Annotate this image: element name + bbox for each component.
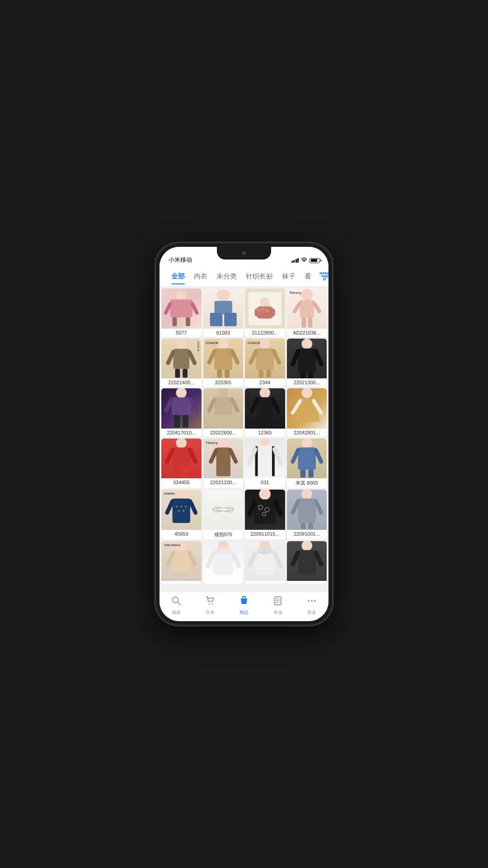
nav-order[interactable]: 开单 bbox=[193, 596, 227, 616]
product-card[interactable]: SANDRO bbox=[161, 490, 202, 539]
tab-look[interactable]: 看 bbox=[300, 270, 316, 284]
svg-rect-94 bbox=[173, 499, 190, 523]
svg-line-79 bbox=[211, 450, 216, 462]
product-card[interactable] bbox=[245, 541, 285, 584]
svg-line-33 bbox=[168, 352, 174, 363]
product-card[interactable]: 220911015... bbox=[245, 490, 285, 539]
product-card[interactable]: 22022600... bbox=[203, 388, 244, 437]
svg-line-39 bbox=[209, 351, 214, 363]
svg-point-132 bbox=[301, 541, 312, 551]
product-card[interactable]: 031 bbox=[245, 439, 285, 488]
product-label bbox=[287, 581, 327, 584]
svg-point-16 bbox=[260, 297, 270, 307]
product-card[interactable]: COACH 2344 bbox=[245, 339, 285, 387]
svg-rect-89 bbox=[300, 469, 305, 477]
wifi-icon bbox=[301, 257, 307, 264]
product-card[interactable]: 12365 bbox=[245, 388, 285, 437]
tab-uncategorized[interactable]: 未分类 bbox=[212, 270, 241, 284]
nav-more[interactable]: 更多 bbox=[295, 596, 328, 616]
svg-point-87 bbox=[301, 439, 312, 448]
svg-rect-15 bbox=[224, 313, 237, 326]
product-card[interactable]: 21122800... bbox=[245, 288, 285, 337]
svg-rect-52 bbox=[308, 373, 313, 378]
product-card[interactable]: COACH 320365 bbox=[203, 339, 244, 387]
nav-document[interactable]: 单据 bbox=[261, 596, 295, 616]
product-label: 031 bbox=[245, 478, 285, 486]
svg-line-111 bbox=[276, 502, 281, 514]
more-nav-icon bbox=[307, 596, 317, 608]
product-card[interactable]: 22021300... bbox=[287, 339, 327, 387]
brand-label: COACH bbox=[206, 341, 219, 344]
svg-rect-37 bbox=[217, 369, 222, 377]
svg-rect-90 bbox=[308, 469, 314, 477]
svg-point-67 bbox=[301, 388, 312, 398]
svg-line-76 bbox=[190, 450, 196, 462]
product-label: 45659 bbox=[161, 530, 202, 538]
svg-line-75 bbox=[167, 450, 173, 462]
svg-point-41 bbox=[259, 339, 270, 349]
signal-icon bbox=[291, 258, 299, 263]
tab-all[interactable]: 全部 bbox=[167, 270, 189, 284]
svg-line-92 bbox=[315, 450, 321, 462]
product-label: 12365 bbox=[245, 429, 285, 437]
svg-rect-9 bbox=[186, 317, 190, 326]
svg-point-144 bbox=[308, 600, 310, 602]
svg-rect-31 bbox=[175, 368, 180, 377]
product-card[interactable]: 22091001... bbox=[287, 490, 327, 539]
svg-rect-51 bbox=[300, 373, 305, 378]
product-card[interactable]: 米其 8005 bbox=[287, 439, 327, 488]
product-card[interactable]: 61083 bbox=[203, 288, 244, 337]
svg-point-102 bbox=[213, 508, 234, 511]
svg-point-98 bbox=[180, 505, 182, 507]
svg-point-145 bbox=[311, 600, 313, 602]
nav-order-label: 开单 bbox=[206, 609, 215, 616]
svg-line-80 bbox=[230, 450, 235, 462]
svg-rect-13 bbox=[214, 301, 232, 315]
svg-point-23 bbox=[301, 289, 313, 301]
svg-point-63 bbox=[259, 388, 270, 398]
svg-line-120 bbox=[168, 552, 174, 564]
product-list: 5077 61083 bbox=[160, 287, 328, 592]
product-card[interactable] bbox=[287, 541, 327, 584]
product-card[interactable] bbox=[203, 541, 244, 584]
nav-search[interactable]: 搜索 bbox=[160, 596, 193, 616]
svg-rect-56 bbox=[183, 415, 188, 428]
product-card[interactable]: 22042801... bbox=[287, 388, 327, 437]
nav-product[interactable]: 商品 bbox=[227, 596, 261, 616]
svg-point-20 bbox=[257, 309, 261, 312]
svg-rect-7 bbox=[170, 300, 192, 317]
tab-underwear[interactable]: 内衣 bbox=[189, 270, 212, 284]
phone-frame: 小米移动 bbox=[156, 243, 332, 625]
tab-socks[interactable]: 袜子 bbox=[277, 270, 300, 284]
svg-line-85 bbox=[249, 449, 255, 462]
cart-nav-icon bbox=[205, 596, 215, 608]
svg-point-22 bbox=[265, 309, 269, 312]
nav-product-label: 商品 bbox=[239, 609, 249, 616]
svg-rect-64 bbox=[257, 397, 273, 426]
brand-label: SANDRO bbox=[164, 492, 175, 495]
svg-point-129 bbox=[257, 547, 273, 554]
svg-line-28 bbox=[314, 303, 319, 311]
product-card[interactable]: 220417010... bbox=[161, 388, 202, 437]
product-card[interactable]: Theory AD221036... bbox=[287, 288, 327, 337]
svg-line-58 bbox=[191, 400, 197, 411]
svg-line-34 bbox=[189, 352, 195, 363]
product-card[interactable]: ICICLE 22021400... bbox=[161, 339, 202, 387]
svg-point-105 bbox=[259, 490, 271, 500]
svg-rect-88 bbox=[298, 447, 315, 469]
filter-button[interactable] bbox=[316, 270, 328, 284]
product-label: 22021300... bbox=[287, 378, 327, 387]
brand-label: Theory bbox=[206, 441, 218, 444]
svg-point-53 bbox=[176, 388, 187, 398]
product-card[interactable]: 戒指976 bbox=[203, 490, 244, 539]
tab-knit[interactable]: 针织长衫 bbox=[241, 270, 277, 284]
product-card[interactable]: Theory 22021100... bbox=[203, 439, 244, 488]
svg-point-138 bbox=[209, 604, 210, 605]
svg-line-11 bbox=[192, 304, 197, 313]
svg-line-91 bbox=[292, 450, 298, 462]
product-card[interactable]: 5077 bbox=[161, 288, 202, 337]
product-card[interactable]: 334455 bbox=[161, 439, 202, 488]
svg-line-61 bbox=[209, 400, 214, 411]
product-label: 334455 bbox=[161, 478, 202, 486]
product-card[interactable]: TORY BURCH bbox=[161, 541, 202, 584]
